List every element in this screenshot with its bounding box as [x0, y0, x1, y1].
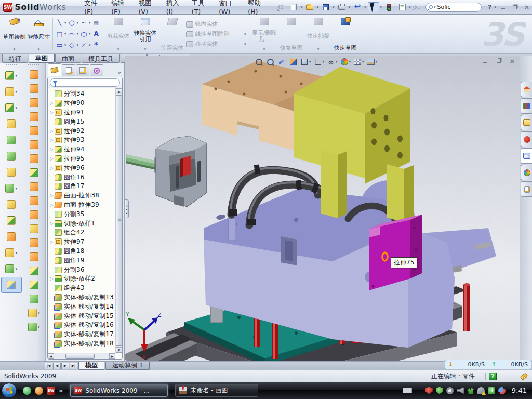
view-palette-tab[interactable] [521, 148, 532, 164]
tree-filter-input[interactable] [50, 78, 120, 87]
solidworks-resources-tab[interactable] [521, 82, 532, 97]
messenger-launch-icon[interactable] [23, 387, 31, 395]
solidworks-launch-icon[interactable]: SW [47, 387, 55, 395]
pin-toolbar-icon[interactable] [275, 2, 287, 12]
dimxpertmanager-tab[interactable] [90, 64, 103, 76]
taskbar-window-paint[interactable]: 未命名 - 画图 [175, 384, 258, 397]
scroll-up-button[interactable]: ▲ [116, 88, 122, 94]
extend-surface-icon[interactable]: ▾ [23, 250, 44, 264]
display-style-icon[interactable]: ▾ [313, 57, 325, 67]
slot-icon[interactable]: ▭ ▾ [55, 39, 66, 50]
search-box[interactable]: ▾ [425, 3, 482, 12]
first-tab-button[interactable]: |◀ [45, 363, 52, 369]
scroll-thumb[interactable] [116, 95, 122, 346]
undo-dropdown[interactable]: ▾ [364, 5, 366, 9]
print-dropdown[interactable]: ▾ [349, 5, 351, 9]
freeform-icon[interactable]: ▾ [23, 166, 44, 180]
prev-tab-button[interactable]: ◀ [53, 363, 61, 369]
scroll-down-button[interactable]: ▼ [116, 347, 122, 353]
tree-item[interactable]: ▷ 组合42 [48, 228, 115, 237]
tree-item[interactable]: ▷ 拉伸92 [48, 126, 115, 136]
security-tray-icon[interactable] [436, 387, 443, 394]
file-explorer-tab[interactable] [521, 115, 532, 130]
split-icon[interactable]: ▾ [1, 212, 22, 229]
configurationmanager-tab[interactable] [76, 64, 89, 76]
tree-item[interactable]: ▷ 曲面-拉伸39 [48, 201, 115, 210]
toolbar-grip[interactable] [6, 64, 17, 65]
system-tray-icon[interactable] [446, 387, 454, 394]
browser-launch-icon[interactable] [35, 387, 43, 395]
document-tab[interactable]: 模型 [78, 362, 104, 370]
select-dropdown[interactable]: ▾ [380, 5, 382, 9]
ellipse-icon[interactable]: ○ ▾ [79, 29, 91, 39]
undo-button[interactable]: ↩ [352, 2, 363, 12]
command-tab[interactable]: 草图 [29, 54, 55, 63]
expand-arrow-icon[interactable]: ▷ [49, 240, 55, 244]
planar-surface-icon[interactable]: ▾ [23, 152, 44, 166]
expand-arrow-icon[interactable]: ▷ [49, 138, 55, 142]
fillet-surface-icon[interactable]: ▾ [23, 278, 44, 292]
tree-item[interactable]: ▷ 拉伸94 [48, 145, 115, 154]
offset-surface-icon[interactable]: ▾ [23, 138, 44, 152]
scroll-left-button[interactable]: ◀ [48, 353, 54, 359]
sketch-dropdown[interactable]: ▾ [14, 47, 16, 51]
doc-restore-button[interactable] [495, 57, 503, 64]
section-view-icon[interactable]: ▾ [288, 57, 298, 67]
tree-item[interactable]: ▷ 拉伸96 [48, 163, 115, 172]
tree-item[interactable]: ▷ 曲面-拉伸38 [48, 191, 115, 201]
rib-icon[interactable]: ▾ [1, 196, 22, 212]
tree-horizontal-scrollbar[interactable]: ◀ ▶ [48, 353, 115, 359]
rectangle-icon[interactable]: □ ▾ [55, 29, 66, 39]
apply-scene-icon[interactable]: ▾ [352, 57, 365, 67]
toolbar-grip[interactable] [28, 64, 39, 65]
expand-arrow-icon[interactable]: ▷ [49, 221, 55, 226]
print-button[interactable] [336, 2, 348, 12]
tree-item[interactable]: ▷ 拉伸91 [48, 108, 115, 117]
tree-item[interactable]: ▷ 圆角15 [48, 117, 115, 126]
lofted-surface-icon[interactable]: ▾ [23, 110, 44, 124]
help-button[interactable]: ? [486, 3, 494, 11]
replace-face-icon[interactable]: ▾ [23, 222, 44, 236]
health-tray-icon[interactable] [488, 387, 495, 394]
tree-item[interactable]: ▷ 切除-放样2 [48, 274, 115, 284]
app-restore-button[interactable] [510, 3, 520, 11]
expand-arrow-icon[interactable]: ▷ [49, 276, 55, 281]
fillet-icon[interactable]: ▾ [1, 100, 22, 116]
new-file-button[interactable] [288, 2, 300, 12]
expand-arrow-icon[interactable]: ▷ [49, 203, 55, 207]
open-file-dropdown[interactable]: ▾ [316, 5, 318, 9]
zoom-area-icon[interactable]: ▾ [265, 57, 275, 67]
tree-item[interactable]: ▷ 实体-移动/复制16 [48, 321, 115, 330]
zoom-fit-icon[interactable]: ▾ [254, 57, 264, 67]
point-icon[interactable]: * ▾ [91, 39, 101, 50]
extruded-surface-icon[interactable]: ▾ [23, 96, 44, 110]
swept-surface-icon[interactable]: ▾ [23, 68, 44, 82]
expand-arrow-icon[interactable]: ▷ [49, 193, 55, 198]
spline-icon[interactable]: ~ ▾ [79, 17, 91, 28]
tree-item[interactable]: ▷ 分割34 [48, 89, 115, 99]
tree-item[interactable]: ▷ 拉伸90 [48, 99, 115, 108]
quick-launch-overflow[interactable]: » [59, 387, 63, 394]
volume-tray-icon[interactable] [457, 387, 464, 394]
instant3d-icon[interactable]: ▾ [1, 277, 22, 293]
expand-arrow-icon[interactable]: ▷ [49, 147, 55, 152]
save-dropdown[interactable]: ▾ [332, 5, 335, 9]
smart-dimension-button[interactable]: 智能尺寸 ▾ [26, 16, 51, 52]
tree-item[interactable]: ▷ 组合43 [48, 284, 115, 293]
panel-chevron[interactable]: » [115, 69, 123, 76]
scroll-right-button[interactable]: ▶ [109, 353, 115, 359]
delete-hole-icon[interactable]: ▾ [23, 208, 44, 222]
expand-arrow-icon[interactable]: ▷ [49, 110, 55, 115]
options-dropdown[interactable]: ▾ [409, 5, 411, 9]
expand-arrow-icon[interactable]: ▷ [49, 101, 55, 105]
view-settings-icon[interactable]: ▾ [366, 57, 378, 67]
expand-arrow-icon[interactable]: ▷ [49, 166, 55, 170]
hide-show-items-icon[interactable]: ∞ ▾ [326, 57, 338, 67]
revolved-surface-icon[interactable]: ▾ [23, 82, 44, 96]
open-file-button[interactable] [304, 2, 315, 12]
arc-icon[interactable]: ( ▾ [67, 29, 79, 39]
extruded-boss-icon[interactable]: ▾ [1, 68, 22, 84]
delete-body-icon[interactable]: ▾ [1, 245, 22, 261]
options-button[interactable] [396, 2, 408, 12]
last-tab-button[interactable]: ▶| [70, 363, 77, 369]
